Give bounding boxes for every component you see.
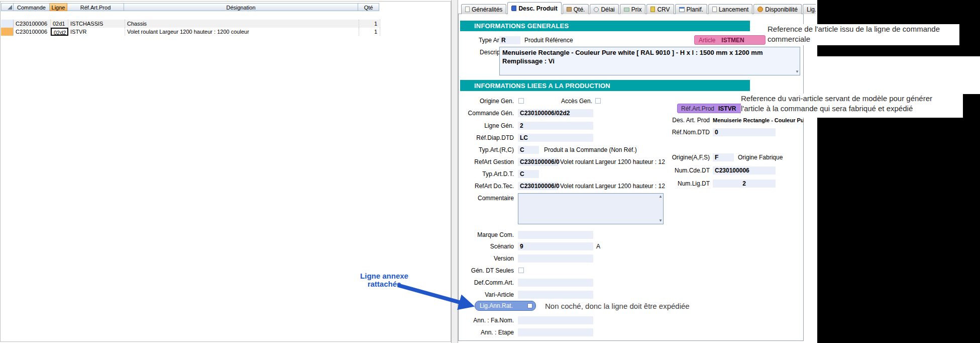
description-textarea[interactable]: Menuiserie Rectangle - Couleur Pure whit… xyxy=(499,47,800,75)
launch-page-icon xyxy=(712,7,717,12)
tab-qte[interactable]: Qté. xyxy=(563,4,589,14)
scroll-down-icon[interactable]: ▼ xyxy=(795,70,799,74)
cell-commande[interactable]: C230100006 xyxy=(14,28,51,36)
row-selector-header[interactable] xyxy=(1,3,14,11)
ref-nom-dtd-field[interactable]: 0 xyxy=(713,128,776,136)
ref-diap-dtd-field[interactable]: LC xyxy=(518,134,593,142)
cell-designation[interactable]: Chassis xyxy=(125,20,359,28)
redaction-block-bottom xyxy=(817,94,980,343)
typ-art-rc-field[interactable]: C xyxy=(518,146,539,154)
cell-commande[interactable]: C230100006 xyxy=(14,20,51,28)
tab-crv[interactable]: CRV xyxy=(646,4,674,14)
num-lig-dt-field[interactable]: 2 xyxy=(713,180,776,188)
sort-triangle-icon xyxy=(8,5,12,10)
cell-ref-art-prod[interactable]: ISTCHASSIS xyxy=(68,20,125,28)
annotation-line: Reference de l'article issu de la ligne … xyxy=(768,24,959,34)
ref-art-prod-badge-value: ISTVR xyxy=(714,105,736,112)
calendar-icon xyxy=(679,7,685,12)
commentaire-textarea[interactable]: ▲ ▼ xyxy=(518,193,664,224)
tab-lig-add[interactable]: Lig.Add. xyxy=(803,4,816,14)
origine-afs-desc: Origine Fabrique xyxy=(738,153,783,161)
scenario-suffix: A xyxy=(596,242,600,250)
version-label: Version xyxy=(459,254,514,263)
typ-art-dt-field[interactable]: C xyxy=(518,170,539,178)
table-row[interactable]: C230100006 02d2 ISTVR Volet roulant Larg… xyxy=(1,28,379,36)
scenario-label: Scénario xyxy=(459,242,514,250)
ref-diap-dtd-label: Réf.Diap.DTD xyxy=(459,134,514,142)
annotation-ref-vari-article: Reference du vari-article servant de mod… xyxy=(741,94,963,118)
acces-gen-checkbox[interactable] xyxy=(595,98,601,104)
scroll-down-icon[interactable]: ▼ xyxy=(659,219,663,223)
annotation-ref-article: Reference de l'article issu de la ligne … xyxy=(768,24,959,45)
article-badge[interactable]: Article ISTMEN xyxy=(694,35,766,45)
tab-lancement[interactable]: Lancement xyxy=(708,4,752,14)
refart-dotec-label: RefArt Do.Tec. xyxy=(459,182,514,190)
column-header-ref-art-prod[interactable]: Réf.Art.Prod xyxy=(67,3,124,11)
refart-gestion-field[interactable]: C230100006/0 xyxy=(518,158,558,166)
typ-art-dt-label: Typ.Art.D.T. xyxy=(459,170,514,178)
tab-label: CRV xyxy=(657,6,670,13)
commande-gen-field[interactable]: C230100006/02d2 xyxy=(518,109,593,117)
ref-art-prod-badge-label: Réf.Art.Prod xyxy=(678,105,714,112)
ref-art-prod-badge[interactable]: Réf.Art.Prod ISTVR xyxy=(677,104,744,113)
def-comm-art-field[interactable] xyxy=(518,279,593,287)
price-icon xyxy=(624,8,629,12)
tab-planif[interactable]: Planif. xyxy=(675,4,707,14)
crv-icon xyxy=(650,7,655,12)
scenario-field[interactable]: 9 xyxy=(518,242,593,250)
table-row[interactable]: C230100006 02d1 ISTCHASSIS Chassis 1 xyxy=(1,20,379,28)
tab-label: Prix xyxy=(631,6,642,13)
cell-ligne[interactable]: 02d1 xyxy=(51,20,68,28)
refart-gestion-label: RefArt Gestion xyxy=(459,158,514,166)
marque-com-field[interactable] xyxy=(518,231,593,239)
refart-dotec-field[interactable]: C230100006/0 xyxy=(518,182,558,190)
type-article-field[interactable]: R xyxy=(499,36,520,44)
cell-ligne-selected[interactable]: 02d2 xyxy=(51,28,68,36)
origine-afs-field[interactable]: F xyxy=(713,153,734,161)
ann-etape-field[interactable] xyxy=(518,328,593,336)
scroll-up-icon[interactable]: ▲ xyxy=(659,195,663,199)
typ-art-rc-label: Typ.Art.(R,C) xyxy=(459,146,514,154)
tab-prix[interactable]: Prix xyxy=(620,4,646,14)
clock-icon xyxy=(594,7,599,12)
tab-delai[interactable]: Délai xyxy=(590,4,618,14)
vari-article-field[interactable] xyxy=(518,291,593,299)
cell-ref-art-prod[interactable]: ISTVR xyxy=(68,28,125,36)
gen-dt-seules-checkbox[interactable] xyxy=(518,268,524,273)
tab-disponibilite[interactable]: Disponibilité xyxy=(753,4,802,14)
des-art-prod-label: Des. Art. Prod xyxy=(643,116,710,124)
erp-order-screen: { "table": { "headers": { "commande": "C… xyxy=(0,0,980,343)
tab-desc-produit[interactable]: Desc. Produit xyxy=(507,2,561,14)
tab-label: Disponibilité xyxy=(765,6,798,13)
annotation-line: Reference du vari-article servant de mod… xyxy=(741,94,963,104)
num-cde-dt-field[interactable]: C230100006 xyxy=(713,166,776,175)
type-article-desc: Produit Référence xyxy=(524,36,573,44)
row-selector[interactable] xyxy=(1,20,14,28)
lig-ann-rat-checkbox[interactable] xyxy=(527,303,532,308)
column-header-designation[interactable]: Désignation xyxy=(124,3,358,11)
annotation-line: commerciale xyxy=(768,34,959,44)
cell-qte[interactable]: 1 xyxy=(359,28,380,36)
package-icon xyxy=(567,7,572,12)
acces-gen-label: Accès Gen. xyxy=(548,97,592,105)
annotation-line: l'article à la commande qui sera fabriqu… xyxy=(741,104,963,114)
typ-art-rc-desc: Produit a la Commande (Non Réf.) xyxy=(544,146,637,154)
ligne-gen-field[interactable]: 2 xyxy=(518,122,593,130)
column-header-qte[interactable]: Qté xyxy=(358,3,379,11)
commande-gen-label: Commande Gén. xyxy=(459,109,514,117)
cell-qte[interactable]: 1 xyxy=(359,20,380,28)
tab-label: Desc. Produit xyxy=(518,5,557,12)
cell-designation[interactable]: Volet roulant Largeur 1200 hauteur : 120… xyxy=(125,28,359,36)
origine-gen-checkbox[interactable] xyxy=(518,98,524,104)
ligne-gen-label: Ligne Gén. xyxy=(459,122,514,130)
marque-com-label: Marque Com. xyxy=(459,231,514,239)
row-selector-active[interactable] xyxy=(1,28,14,36)
ann-fa-nom-field[interactable] xyxy=(518,316,593,324)
tab-label: Lancement xyxy=(719,6,748,13)
column-header-commande[interactable]: Commande xyxy=(14,3,50,11)
tab-label: Lig.Add. xyxy=(807,6,816,13)
version-field[interactable] xyxy=(518,254,593,263)
column-header-ligne[interactable]: Ligne xyxy=(50,3,67,11)
tab-generalites[interactable]: Généralités xyxy=(461,4,506,14)
annotation-non-coche: Non coché, donc la ligne doit être expéd… xyxy=(545,302,690,311)
